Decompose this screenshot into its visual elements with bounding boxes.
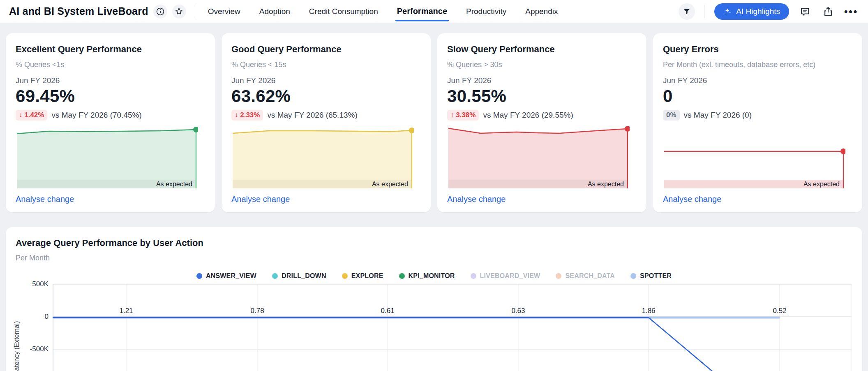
delta-badge: 0% [663, 110, 680, 121]
card-title: Excellent Query Performance [16, 44, 205, 55]
share-button[interactable] [820, 4, 836, 19]
y-axis-tick: 500K [14, 280, 48, 288]
as-expected-label: As expected [156, 180, 192, 188]
delta-row: ↑ 3.38%vs May FY 2026 (29.55%) [447, 110, 637, 121]
data-label: 0.61 [381, 307, 395, 315]
compare-text: vs May FY 2026 (65.13%) [267, 111, 357, 120]
legend-label: ANSWER_VIEW [206, 272, 256, 280]
legend-item-kpi_monitor[interactable]: KPI_MONITOR [399, 272, 455, 280]
legend-label: DRILL_DOWN [282, 272, 326, 280]
tab-overview[interactable]: Overview [208, 0, 240, 23]
legend-dot [630, 273, 636, 279]
delta-row: ↓ 2.33%vs May FY 2026 (65.13%) [231, 110, 421, 121]
card-title: Good Query Performance [231, 44, 421, 55]
page-title: AI and BI System LiveBoard [9, 5, 148, 17]
legend-item-drill_down[interactable]: DRILL_DOWN [272, 272, 326, 280]
sparkline: As expected [231, 126, 414, 188]
card-value: 63.62% [231, 86, 421, 106]
more-button[interactable]: ••• [843, 4, 859, 19]
legend-dot [272, 273, 278, 279]
plot-area: 1.210.780.610.631.860.52 [53, 284, 852, 371]
info-icon [156, 7, 164, 16]
legend-label: KPI_MONITOR [409, 272, 455, 280]
header-divider-right [704, 5, 704, 18]
legend-dot [471, 273, 476, 279]
filter-icon [683, 7, 691, 16]
card-subtitle: % Queries > 30s [447, 60, 637, 69]
legend-label: SEARCH_DATA [565, 272, 615, 280]
as-expected-label: As expected [588, 180, 624, 188]
chart-legend: ANSWER_VIEWDRILL_DOWNEXPLOREKPI_MONITORL… [16, 272, 852, 280]
header-divider-left [197, 5, 197, 18]
share-icon [823, 6, 833, 17]
kpi-card: Query ErrorsPer Month (exl. timeouts, da… [653, 33, 862, 212]
top-header: AI and BI System LiveBoard OverviewAdopt… [0, 0, 868, 23]
compare-text: vs May FY 2026 (0) [684, 111, 752, 120]
delta-badge: ↑ 3.38% [447, 110, 479, 121]
as-expected-label: As expected [803, 180, 840, 188]
card-period: Jun FY 2026 [231, 76, 421, 85]
legend-item-search_data[interactable]: SEARCH_DATA [556, 272, 615, 280]
legend-label: EXPLORE [351, 272, 383, 280]
legend-dot [196, 273, 202, 279]
tab-performance[interactable]: Performance [397, 0, 447, 23]
sparkle-icon [723, 7, 732, 16]
data-label: 1.86 [642, 307, 655, 315]
compare-text: vs May FY 2026 (70.45%) [51, 111, 141, 120]
analyse-change-link[interactable]: Analyse change [447, 195, 506, 204]
legend-label: SPOTTER [640, 272, 672, 280]
kpi-card: Slow Query Performance% Queries > 30sJun… [437, 33, 646, 212]
delta-row: 0%vs May FY 2026 (0) [663, 110, 852, 121]
sparkline: As expected [16, 126, 198, 188]
legend-dot [342, 273, 348, 279]
card-period: Jun FY 2026 [663, 76, 852, 85]
analyse-change-link[interactable]: Analyse change [663, 195, 721, 204]
as-expected-label: As expected [372, 180, 408, 188]
star-icon [175, 7, 183, 16]
tab-credit-consumption[interactable]: Credit Consumption [309, 0, 378, 23]
sparkline: As expected [447, 126, 630, 188]
delta-row: ↓ 1.42%vs May FY 2026 (70.45%) [16, 110, 205, 121]
ai-highlights-label: AI Highlights [736, 7, 780, 16]
data-label: 0.52 [773, 307, 786, 315]
card-value: 69.45% [16, 86, 205, 106]
tab-appendix[interactable]: Appendix [525, 0, 558, 23]
card-title: Slow Query Performance [447, 44, 637, 55]
kpi-row: Excellent Query Performance% Queries <1s… [6, 33, 862, 212]
card-subtitle: Per Month (exl. timeouts, database error… [663, 60, 852, 69]
delta-badge: ↓ 1.42% [16, 110, 47, 121]
card-title: Query Errors [663, 44, 852, 55]
card-subtitle: % Queries <1s [16, 60, 205, 69]
data-label: 0.63 [511, 307, 525, 315]
main-chart-card: Average Query Performance by User Action… [6, 227, 862, 371]
analyse-change-link[interactable]: Analyse change [16, 195, 74, 204]
ai-highlights-button[interactable]: AI Highlights [714, 3, 789, 20]
chart-subtitle: Per Month [16, 254, 852, 262]
filter-button[interactable] [679, 3, 695, 20]
legend-item-liveboard_view[interactable]: LIVEBOARD_VIEW [471, 272, 540, 280]
ellipsis-icon: ••• [844, 6, 858, 17]
y-axis-tick: 0 [14, 313, 48, 321]
tab-productivity[interactable]: Productivity [466, 0, 506, 23]
comment-icon [800, 6, 810, 17]
y-axis-tick: -500K [14, 345, 48, 353]
kpi-card: Excellent Query Performance% Queries <1s… [6, 33, 215, 212]
data-label: 1.21 [119, 307, 133, 315]
legend-item-explore[interactable]: EXPLORE [342, 272, 383, 280]
compare-text: vs May FY 2026 (29.55%) [483, 111, 573, 120]
legend-item-answer_view[interactable]: ANSWER_VIEW [196, 272, 256, 280]
nav-tabs: OverviewAdoptionCredit ConsumptionPerfor… [208, 0, 558, 23]
delta-badge: ↓ 2.33% [231, 110, 263, 121]
info-button[interactable] [153, 5, 167, 19]
card-value: 30.55% [447, 86, 637, 106]
legend-label: LIVEBOARD_VIEW [480, 272, 540, 280]
favorite-button[interactable] [172, 5, 186, 19]
comment-button[interactable] [797, 4, 813, 19]
tab-adoption[interactable]: Adoption [259, 0, 290, 23]
analyse-change-link[interactable]: Analyse change [231, 195, 290, 204]
sparkline: As expected [663, 126, 845, 188]
legend-dot [399, 273, 405, 279]
card-subtitle: % Queries < 15s [231, 60, 421, 69]
legend-item-spotter[interactable]: SPOTTER [630, 272, 672, 280]
legend-dot [556, 273, 561, 279]
